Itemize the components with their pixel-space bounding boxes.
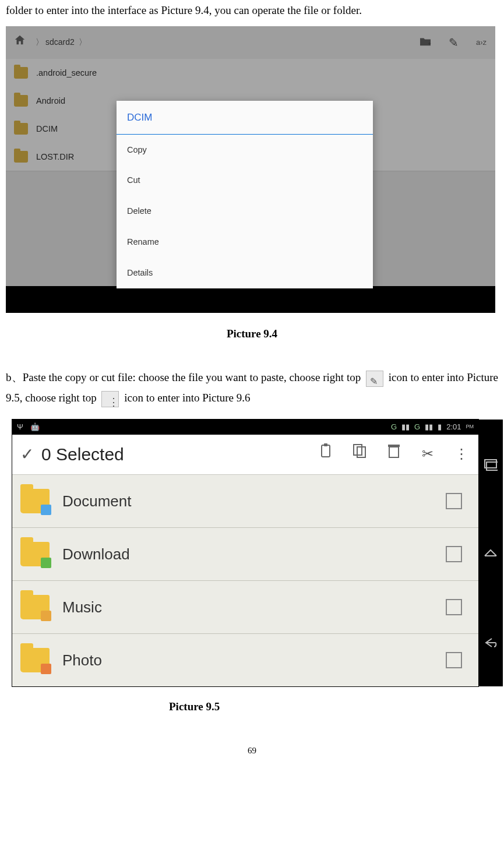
- svg-rect-2: [324, 443, 327, 446]
- cut-icon[interactable]: ✂: [411, 441, 445, 467]
- paragraph-b: b、Paste the copy or cut file: choose the…: [6, 367, 498, 408]
- done-check-icon[interactable]: ✓: [12, 439, 41, 470]
- folder-icon: [20, 542, 50, 566]
- system-nav-bar: [478, 420, 503, 686]
- context-menu-item-details[interactable]: Details: [117, 258, 373, 288]
- overflow-icon[interactable]: ⋮: [445, 441, 478, 467]
- network-g-icon: G: [391, 420, 397, 434]
- network-g-icon: G: [414, 420, 420, 434]
- select-checkbox[interactable]: [446, 493, 462, 509]
- text-segment: b、Paste the copy or cut file: choose the…: [6, 371, 364, 383]
- context-menu-item-delete[interactable]: Delete: [117, 196, 373, 227]
- folder-label: Download: [62, 540, 446, 568]
- action-bar: ✓ 0 Selected ✂ ⋮: [12, 435, 478, 475]
- status-ampm: PM: [466, 422, 474, 432]
- context-menu: DCIM Copy Cut Delete Rename Details: [117, 101, 373, 288]
- context-menu-item-cut[interactable]: Cut: [117, 165, 373, 196]
- folder-row-document[interactable]: Document: [12, 475, 478, 528]
- system-navbar: [6, 286, 495, 313]
- intro-text: folder to enter into the interface as Pi…: [6, 0, 498, 20]
- usb-icon: Ψ: [17, 420, 23, 434]
- context-menu-title: DCIM: [117, 101, 373, 134]
- folder-row-photo[interactable]: Photo: [12, 634, 478, 686]
- signal-icon: ▮▮: [425, 420, 433, 434]
- paste-icon[interactable]: [309, 441, 343, 467]
- status-bar: Ψ 🤖 G ▮▮ G ▮▮ ▮ 2:01 PM: [12, 420, 478, 435]
- figure-9-5: Ψ 🤖 G ▮▮ G ▮▮ ▮ 2:01 PM ✓ 0 Selected ✂ ⋮: [12, 419, 479, 687]
- svg-rect-1: [322, 445, 330, 457]
- folder-icon: [20, 595, 50, 619]
- figure-9-4-caption: Picture 9.4: [6, 323, 498, 344]
- svg-rect-6: [388, 445, 400, 447]
- page-number: 69: [6, 743, 498, 759]
- delete-icon[interactable]: [377, 441, 411, 467]
- folder-label: Music: [62, 593, 446, 621]
- folder-label: Document: [62, 487, 446, 515]
- overflow-icon: [101, 391, 119, 407]
- recent-apps-icon[interactable]: [484, 457, 498, 470]
- text-segment: icon to enter into Picture 9.6: [124, 392, 250, 404]
- folder-icon: [20, 648, 50, 672]
- back-nav-icon[interactable]: [484, 635, 498, 648]
- figure-9-5-caption: Picture 9.5: [6, 696, 498, 717]
- folder-label: Photo: [62, 646, 446, 674]
- folder-row-download[interactable]: Download: [12, 528, 478, 581]
- context-menu-item-rename[interactable]: Rename: [117, 227, 373, 258]
- status-time: 2:01: [446, 420, 461, 434]
- context-menu-item-copy[interactable]: Copy: [117, 135, 373, 165]
- select-checkbox[interactable]: [446, 546, 462, 562]
- svg-rect-5: [389, 447, 399, 457]
- selection-count: 0 Selected: [41, 438, 124, 471]
- home-nav-icon[interactable]: [484, 547, 498, 559]
- figure-9-4: 〉 sdcard2 〉 + ✎ a›z .android_secure Andr…: [6, 26, 495, 313]
- copy-icon[interactable]: [343, 441, 377, 467]
- select-checkbox[interactable]: [446, 599, 462, 615]
- select-checkbox[interactable]: [446, 652, 462, 668]
- folder-row-music[interactable]: Music: [12, 581, 478, 634]
- pencil-icon: [366, 371, 383, 387]
- battery-icon: ▮: [438, 420, 442, 434]
- android-icon: 🤖: [30, 420, 40, 434]
- signal-icon: ▮▮: [401, 420, 410, 434]
- folder-icon: [20, 489, 50, 513]
